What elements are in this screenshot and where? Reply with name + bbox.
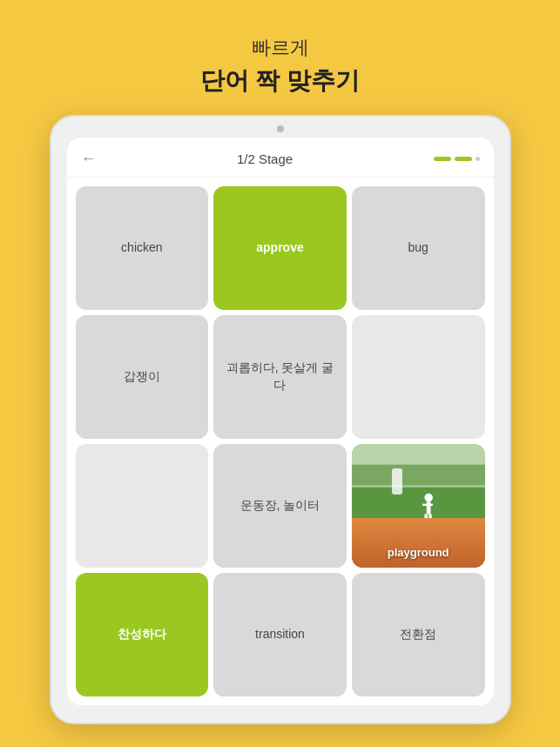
progress-bar — [434, 157, 480, 161]
svg-rect-5 — [352, 524, 485, 526]
tablet-camera — [277, 125, 284, 132]
word-grid: chicken approve bug 갑쟁이 괴롭히다, 못살게 굴다 운동장… — [67, 178, 494, 705]
card-empty1 — [352, 315, 485, 439]
tablet-screen: ← 1/2 Stage chicken approve bug 갑쟁이 — [67, 138, 494, 705]
progress-active-2 — [455, 157, 472, 161]
card-운동장[interactable]: 운동장, 놀이터 — [213, 444, 347, 568]
progress-active-1 — [434, 157, 451, 161]
card-empty2 — [76, 444, 209, 568]
header-title: 단어 짝 맞추기 — [200, 64, 361, 98]
progress-inactive-1 — [476, 157, 480, 161]
card-전환점[interactable]: 전환점 — [352, 573, 485, 697]
card-괴롭히다[interactable]: 괴롭히다, 못살게 굴다 — [213, 315, 347, 439]
card-갑쟁이[interactable]: 갑쟁이 — [76, 315, 209, 439]
card-playground[interactable]: playground — [352, 444, 485, 568]
card-approve[interactable]: approve — [213, 186, 347, 310]
tablet-frame: ← 1/2 Stage chicken approve bug 갑쟁이 — [50, 115, 511, 724]
header-subtitle: 빠르게 — [200, 35, 361, 61]
svg-rect-3 — [352, 485, 485, 526]
svg-rect-4 — [352, 485, 485, 487]
svg-point-6 — [424, 494, 432, 501]
stage-label: 1/2 Stage — [237, 151, 293, 166]
card-bug[interactable]: bug — [352, 186, 485, 310]
card-chicken[interactable]: chicken — [76, 186, 209, 310]
card-transition[interactable]: transition — [213, 573, 347, 697]
svg-rect-8 — [422, 504, 433, 506]
back-button[interactable]: ← — [81, 150, 97, 168]
svg-rect-9 — [424, 514, 428, 522]
header-section: 빠르게 단어 짝 맞추기 — [200, 35, 361, 98]
topbar: ← 1/2 Stage — [67, 138, 494, 178]
svg-rect-7 — [427, 501, 431, 514]
svg-rect-10 — [428, 514, 432, 522]
playground-label: playground — [352, 545, 485, 561]
card-찬성하다[interactable]: 찬성하다 — [76, 573, 209, 697]
